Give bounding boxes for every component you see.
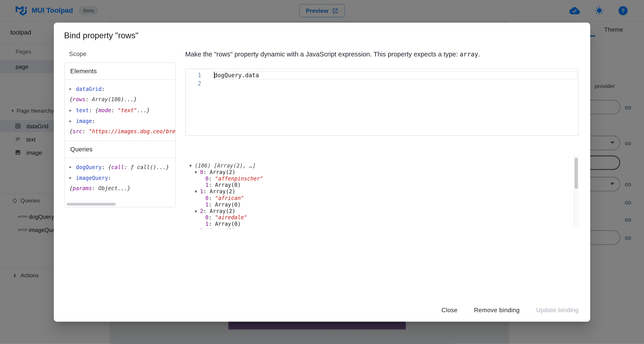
bind-property-dialog: Bind property "rows" Scope Elements ▶ da… <box>54 23 590 322</box>
update-binding-button[interactable]: Update binding <box>531 303 584 317</box>
token-key: src <box>73 128 82 135</box>
token-val: Array(0) <box>215 221 240 227</box>
tree-toggle-icon[interactable]: ▼ <box>190 162 195 169</box>
token-val: Array(0) <box>215 202 240 208</box>
scope-browser: Elements ▶ dataGrid: {rows: Array(106)..… <box>64 63 176 207</box>
token-val: Array(0) <box>215 182 240 188</box>
token-p: : <box>209 182 215 188</box>
token-ip: ...} <box>137 107 150 114</box>
token-ip: { <box>69 96 72 103</box>
token-idx: 1 <box>205 202 208 208</box>
preview-row[interactable]: ▼(106) [Array(2), …] <box>185 162 579 169</box>
app-stage: MUI Toolpad Beta Preview ? toolpad Pages… <box>0 0 644 344</box>
tree-toggle-icon[interactable]: ▼ <box>195 228 200 229</box>
preview-row[interactable]: 1: Array(0) <box>185 202 579 208</box>
token-name: imageQuery <box>76 175 108 181</box>
token-type: Object <box>98 185 118 192</box>
token-ip: { <box>108 164 111 170</box>
dialog-title: Bind property "rows" <box>64 31 138 40</box>
editor-line[interactable]: 1 dogQuery.data <box>186 71 578 80</box>
tree-toggle-icon[interactable]: ▼ <box>195 208 200 215</box>
line-number: 2 <box>186 79 207 88</box>
token-ip: : <box>124 164 130 170</box>
token-idx: 1 <box>200 189 203 195</box>
tree-expand-icon: ▶ <box>69 176 74 180</box>
preview-row[interactable]: ▼1: Array(2) <box>185 189 579 195</box>
token-val: Array(2) <box>210 228 236 229</box>
editor-line[interactable]: 2 <box>186 79 578 88</box>
scope-node-line[interactable]: ▶ dogQuery: {call: ƒ call()...} <box>69 162 171 173</box>
token-fn: ƒ call() <box>130 164 156 170</box>
token-idx: 1 <box>205 182 208 188</box>
token-ip: { <box>95 107 98 114</box>
token-ip: : <box>111 107 118 114</box>
tree-expand-icon: ▶ <box>69 108 74 112</box>
preview-row[interactable]: ▼0: Array(2) <box>185 169 579 176</box>
token-str: "african" <box>215 195 244 201</box>
token-ip: ...} <box>156 164 169 170</box>
token-ip: ...} <box>118 185 130 192</box>
preview-row[interactable]: ▼2: Array(2) <box>185 208 579 215</box>
tree-expand-icon: ▶ <box>69 119 74 123</box>
token-p: : <box>102 86 105 92</box>
token-idx: 0 <box>205 176 208 182</box>
token-name: image <box>76 118 92 124</box>
preview-row[interactable]: 0: "airedale" <box>185 215 579 221</box>
scope-node-line[interactable]: {params: Object...} <box>69 183 171 194</box>
code-text: dogQuery.data <box>207 71 259 80</box>
token-name: dataGrid <box>76 86 102 92</box>
token-idx: 2 <box>200 208 203 214</box>
token-ip: { <box>69 185 72 192</box>
token-str: "affenpinscher" <box>215 176 263 182</box>
tree-toggle-icon[interactable]: ▼ <box>195 169 200 176</box>
tree-toggle-icon[interactable]: ▼ <box>195 189 200 195</box>
preview-row[interactable]: 0: "african" <box>185 195 579 202</box>
js-expression-editor[interactable]: 1 dogQuery.data 2 <box>185 69 579 136</box>
token-idx: 3 <box>200 228 203 229</box>
token-sum: (106) [Array(2), …] <box>195 162 256 169</box>
token-ip: : <box>86 96 92 103</box>
horizontal-scrollbar[interactable] <box>67 203 116 206</box>
token-idx: 0 <box>200 169 203 175</box>
scope-node-line[interactable]: ▶ image: <box>69 116 171 126</box>
scope-node-line[interactable]: ▶ text: {mode: "text"...} <box>69 105 171 116</box>
token-p: : <box>209 176 215 182</box>
token-str: "airedale" <box>215 215 247 221</box>
dialog-actions: Close Remove binding Update binding <box>430 303 584 317</box>
token-ip: : <box>82 128 89 135</box>
token-key: call <box>111 164 124 170</box>
token-str: "https://images.dog.ceo/bre <box>89 128 176 135</box>
token-idx: 1 <box>205 221 208 227</box>
token-ip: ...} <box>124 96 137 103</box>
expected-type: array <box>460 51 478 58</box>
preview-row[interactable]: 1: Array(0) <box>185 182 579 189</box>
token-str: "text" <box>118 107 137 114</box>
token-p: : <box>108 175 111 181</box>
token-idx: 0 <box>205 215 208 221</box>
token-p: : <box>203 169 210 175</box>
scope-node-line[interactable]: {rows: Array(106)...} <box>69 94 171 105</box>
scope-node-line[interactable]: ▶ imageQuery: <box>69 173 171 183</box>
token-p: : <box>92 118 95 124</box>
scope-node-line[interactable]: {src: "https://images.dog.ceo/bre <box>69 126 171 137</box>
scope-elements-list: ▶ dataGrid: {rows: Array(106)...}▶ text:… <box>65 80 175 141</box>
scope-node-line[interactable]: ▶ dataGrid: <box>69 84 171 94</box>
token-p: : <box>209 221 215 227</box>
preview-row[interactable]: 1: Array(0) <box>185 221 579 228</box>
elements-header: Elements <box>65 63 175 80</box>
description-text: Make the "rows" property dynamic with a … <box>185 51 460 58</box>
scope-label: Scope <box>69 50 86 57</box>
token-key: mode <box>98 107 111 114</box>
dialog-description: Make the "rows" property dynamic with a … <box>185 50 563 59</box>
vertical-scrollbar[interactable] <box>575 157 578 189</box>
preview-row[interactable]: 0: "affenpinscher" <box>185 176 579 182</box>
expression-result-preview: ▼(106) [Array(2), …]▼0: Array(2)0: "affe… <box>185 154 579 229</box>
remove-binding-button[interactable]: Remove binding <box>469 303 524 317</box>
preview-row[interactable]: ▼3: Array(2) <box>185 228 579 229</box>
token-val: Array(2) <box>210 208 236 214</box>
token-p: : <box>209 195 215 201</box>
token-idx: 0 <box>205 195 208 201</box>
close-button[interactable]: Close <box>436 303 462 317</box>
token-ip: : <box>92 185 98 192</box>
token-key: params <box>73 185 92 192</box>
